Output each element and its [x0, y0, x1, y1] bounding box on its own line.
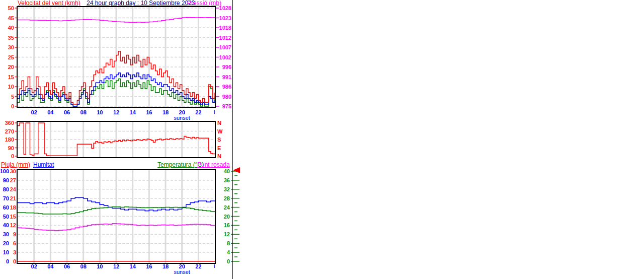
- humidity-tick-label: 90: [3, 177, 9, 183]
- rain-tick-label: 6: [13, 240, 16, 246]
- wind-direction-chart: 360270180900NWSEN: [0, 121, 242, 160]
- direction-tick-label: 360: [5, 121, 14, 126]
- humidity-tick-label: 60: [3, 204, 9, 211]
- wind-tick-label: 10: [8, 84, 14, 90]
- x-tick-label: 08: [80, 109, 87, 115]
- direction-tick-label: 180: [5, 136, 14, 143]
- temperature-tick-label: 36: [224, 177, 230, 183]
- wind-pressure-chart: 5045403530252015105010281023101810121007…: [0, 0, 242, 121]
- rain-tick-label: 27: [10, 177, 16, 183]
- humidity-tick-label: 0: [6, 258, 9, 264]
- pressure-tick-label: 1012: [219, 35, 231, 41]
- x-tick-label: 06: [64, 109, 70, 115]
- x-tick-label: 18: [163, 109, 169, 115]
- temperature-tick-label: 32: [224, 186, 230, 192]
- wind-tick-label: 35: [8, 35, 14, 41]
- rain-tick-label: 3: [13, 249, 16, 255]
- rain-axis-title: Pluja (mm): [1, 162, 30, 168]
- humidity-tick-label: 30: [3, 231, 9, 237]
- pressure-tick-label: 1002: [219, 54, 231, 60]
- temperature-tick-label: 20: [224, 214, 230, 220]
- x-tick-label: 12: [113, 263, 119, 269]
- x-tick-label: 18: [163, 263, 169, 269]
- x-tick-label: 10: [97, 109, 103, 115]
- rain-tick-label: 9: [13, 231, 16, 237]
- pressure-tick-label: 1028: [219, 5, 231, 11]
- rain-tick-label: 18: [10, 204, 16, 211]
- wind-tick-label: 20: [8, 64, 14, 70]
- pressure-tick-label: 986: [222, 84, 231, 90]
- wind-tick-label: 40: [8, 25, 14, 31]
- x-tick-label: 22: [195, 109, 201, 115]
- compass-label: N: [217, 153, 221, 159]
- compass-label: N: [217, 121, 221, 126]
- humidity-tick-label: 100: [0, 169, 9, 174]
- direction-tick-label: 90: [8, 145, 14, 151]
- pressure-tick-label: 1023: [219, 15, 231, 21]
- weather-graph-panel: Velocitat del vent (kmh) 24 hour graph d…: [0, 0, 644, 279]
- temp-humidity-rain-chart: 1009080706050403020100302724211815129630…: [0, 169, 242, 279]
- x-tick-label: 14: [130, 109, 136, 115]
- x-tick-label: 04: [47, 263, 54, 269]
- x-tick-label: 02: [31, 109, 37, 115]
- temperature-tick-label: 40: [224, 169, 230, 174]
- direction-tick-label: 0: [11, 153, 14, 159]
- temperature-tick-label: 12: [224, 231, 230, 237]
- pressure-tick-label: 980: [222, 94, 231, 100]
- wind-tick-label: 0: [11, 103, 14, 109]
- compass-label: E: [217, 145, 221, 151]
- humidity-tick-label: 20: [3, 240, 9, 246]
- dew-point-axis-title: Punt rosada: [197, 162, 230, 168]
- wind-tick-label: 15: [8, 74, 14, 80]
- wind-tick-label: 25: [8, 54, 14, 60]
- humidity-axis-title: Humitat: [33, 162, 54, 168]
- pressure-tick-label: 1007: [219, 44, 231, 50]
- temperature-tick-label: 16: [224, 222, 230, 228]
- temperature-tick-label: 4: [227, 249, 230, 255]
- rain-tick-label: 12: [10, 222, 16, 228]
- x-tick-label: 12: [113, 109, 119, 115]
- rain-tick-label: 30: [10, 169, 16, 174]
- rain-tick-label: 24: [10, 186, 17, 192]
- x-tick-label: 06: [64, 263, 70, 269]
- rain-tick-label: 0: [13, 258, 16, 264]
- pressure-tick-label: 996: [222, 64, 231, 70]
- wind-tick-label: 30: [8, 44, 14, 50]
- x-tick-label: 10: [97, 263, 103, 269]
- wind-tick-label: 45: [8, 15, 14, 21]
- x-tick-label: 08: [80, 263, 87, 269]
- humidity-tick-label: 70: [3, 195, 9, 201]
- x-tick-label: 14: [130, 263, 136, 269]
- wind-tick-label: 50: [8, 5, 14, 11]
- direction-tick-label: 270: [5, 128, 14, 134]
- right-scale-line: [232, 0, 233, 279]
- x-tick-label: 04: [47, 109, 54, 115]
- temperature-tick-label: 24: [224, 204, 230, 211]
- x-tick-label: 02: [31, 263, 37, 269]
- humidity-tick-label: 40: [3, 222, 9, 228]
- wind-tick-label: 5: [11, 94, 14, 100]
- x-tick-label: 16: [146, 109, 152, 115]
- compass-label: S: [217, 136, 221, 143]
- pressure-tick-label: 975: [222, 103, 231, 109]
- humidity-tick-label: 10: [3, 249, 9, 255]
- humidity-tick-label: 50: [3, 214, 9, 220]
- temperature-tick-label: 0: [227, 258, 230, 264]
- pressure-tick-label: 991: [222, 74, 231, 80]
- current-value-arrow-icon: [233, 167, 240, 173]
- temperature-tick-label: 8: [227, 240, 230, 246]
- humidity-tick-label: 80: [3, 186, 9, 192]
- x-tick-label: 22: [195, 263, 201, 269]
- compass-label: W: [217, 128, 223, 134]
- sunset-label: sunset: [174, 115, 190, 121]
- sunset-label: sunset: [174, 269, 190, 275]
- rain-tick-label: 21: [10, 195, 16, 201]
- temperature-tick-label: 28: [224, 195, 230, 201]
- rain-tick-label: 15: [10, 214, 16, 220]
- pressure-tick-label: 1018: [219, 25, 231, 31]
- x-tick-label: 16: [146, 263, 152, 269]
